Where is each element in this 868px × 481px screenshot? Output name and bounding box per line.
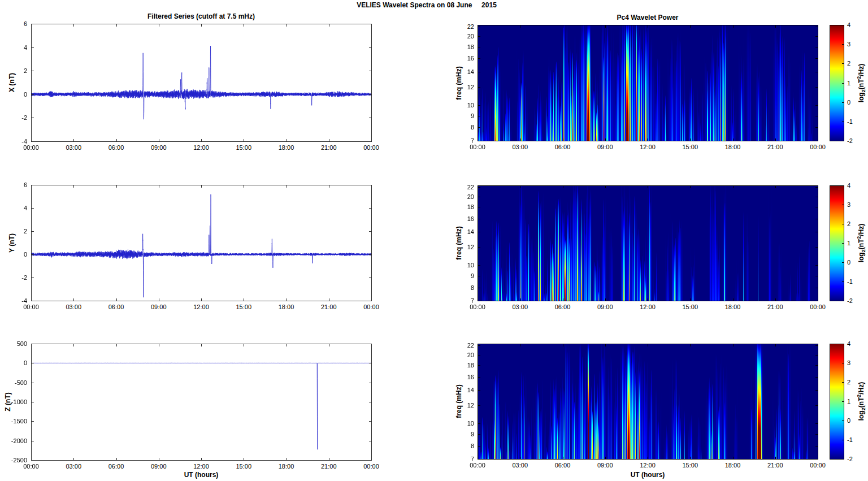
colorbar-tick-label: 3 <box>847 41 864 48</box>
y-tick-label: 2 <box>0 228 27 235</box>
time-tick-label: 12:00 <box>188 463 215 470</box>
freq-tick-label: 22 <box>455 23 474 31</box>
colorbar-tick-label: 1 <box>847 80 864 87</box>
timeseries-plot-y <box>31 185 372 301</box>
time-tick-label: 21:00 <box>315 144 342 151</box>
y-tick-label: 4 <box>0 44 27 51</box>
time-tick-label: 06:00 <box>103 304 130 311</box>
colorbar-tick-label: -2 <box>847 137 864 145</box>
time-tick-label: 00:00 <box>464 304 491 311</box>
colorbar-tick-label: -2 <box>847 297 864 305</box>
colorbar-tick-label: 0 <box>847 259 864 266</box>
time-tick-label: 00:00 <box>358 304 385 311</box>
freq-tick-label: 8 <box>455 284 474 292</box>
time-tick-label: 09:00 <box>592 144 619 151</box>
y-tick-label: -2 <box>0 114 27 122</box>
colorbar-tick-label: 4 <box>847 182 864 189</box>
time-tick-label: 00:00 <box>18 304 45 311</box>
x-nt-axis-label: X (nT) <box>8 73 16 92</box>
freq-tick-label: 8 <box>455 124 474 131</box>
colorbar-tick-label: -1 <box>847 436 864 444</box>
time-tick-label: 06:00 <box>549 144 576 151</box>
time-tick-label: 00:00 <box>18 144 45 151</box>
time-tick-label: 03:00 <box>506 144 533 151</box>
freq-tick-label: 14 <box>455 68 474 76</box>
time-tick-label: 18:00 <box>273 463 300 470</box>
freq-tick-label: 10 <box>455 102 474 109</box>
freq-tick-label: 12 <box>455 244 474 251</box>
time-tick-label: 06:00 <box>549 304 576 311</box>
freq-tick-label: 12 <box>455 402 474 409</box>
colorbar-tick-label: -2 <box>847 456 864 463</box>
y-tick-label: -1000 <box>0 398 27 406</box>
time-tick-label: 21:00 <box>762 144 789 151</box>
time-tick-label: 00:00 <box>464 144 491 151</box>
time-tick-label: 12:00 <box>634 144 661 151</box>
time-tick-label: 18:00 <box>719 304 747 311</box>
freq-tick-label: 20 <box>455 352 474 359</box>
time-tick-label: 03:00 <box>60 304 87 311</box>
ut-hours-label-left: UT (hours) <box>184 471 219 479</box>
freq-tick-label: 9 <box>455 431 474 438</box>
time-tick-label: 00:00 <box>358 144 385 151</box>
time-tick-label: 12:00 <box>188 304 215 311</box>
time-tick-label: 00:00 <box>804 144 831 151</box>
time-tick-label: 09:00 <box>145 463 172 470</box>
y-tick-label: -1500 <box>0 418 27 425</box>
time-tick-label: 12:00 <box>188 144 215 151</box>
freq-tick-label: 22 <box>455 342 474 349</box>
freq-tick-label: 14 <box>455 387 474 394</box>
freq-tick-label: 9 <box>455 272 474 280</box>
y-tick-label: 6 <box>0 20 27 28</box>
wavelet-spectrogram-x <box>478 25 818 141</box>
y-tick-label: -2000 <box>0 437 27 445</box>
y-tick-label: -2 <box>0 274 27 281</box>
left-column-title: Filtered Series (cutoff at 7.5 mHz) <box>147 12 255 20</box>
time-tick-label: 00:00 <box>464 462 491 469</box>
time-tick-label: 09:00 <box>145 144 172 151</box>
time-tick-label: 21:00 <box>315 304 342 311</box>
time-tick-label: 00:00 <box>804 304 831 311</box>
figure-title: VELIES Wavelet Spectra on 08 June 2015 <box>0 1 853 9</box>
time-tick-label: 21:00 <box>762 304 789 311</box>
time-tick-label: 09:00 <box>592 304 619 311</box>
time-tick-label: 18:00 <box>719 144 747 151</box>
wavelet-spectrogram-y <box>478 185 818 301</box>
y-tick-label: 500 <box>0 340 27 348</box>
colorbar-2 <box>830 185 844 301</box>
time-tick-label: 00:00 <box>18 463 45 470</box>
y-tick-label: 4 <box>0 205 27 212</box>
freq-tick-label: 20 <box>455 33 474 40</box>
freq-tick-label: 18 <box>455 203 474 211</box>
colorbar-tick-label: 1 <box>847 240 864 247</box>
freq-tick-label: 18 <box>455 44 474 51</box>
colorbar-tick-label: -1 <box>847 118 864 125</box>
time-tick-label: 12:00 <box>634 304 661 311</box>
time-tick-label: 06:00 <box>549 462 576 469</box>
y-tick-label: 2 <box>0 67 27 75</box>
time-tick-label: 21:00 <box>315 463 342 470</box>
time-tick-label: 09:00 <box>145 304 172 311</box>
time-tick-label: 06:00 <box>103 463 130 470</box>
right-column-title: Pc4 Wavelet Power <box>617 14 679 21</box>
y-nt-axis-label: Y (nT) <box>8 233 16 253</box>
freq-tick-label: 18 <box>455 362 474 369</box>
colorbar-1 <box>830 25 844 141</box>
freq-tick-label: 14 <box>455 228 474 236</box>
time-tick-label: 18:00 <box>719 462 747 469</box>
time-tick-label: 15:00 <box>230 144 257 151</box>
timeseries-plot-x <box>31 24 372 142</box>
freq-tick-label: 16 <box>455 55 474 62</box>
colorbar-tick-label: 2 <box>847 379 864 386</box>
freq-tick-label: 10 <box>455 420 474 427</box>
time-tick-label: 15:00 <box>230 463 257 470</box>
wavelet-spectrogram-z <box>478 344 818 460</box>
y-tick-label: 0 <box>0 359 27 367</box>
colorbar-tick-label: 3 <box>847 201 864 209</box>
ut-hours-label-right: UT (hours) <box>631 471 665 479</box>
time-tick-label: 00:00 <box>804 462 831 469</box>
freq-tick-label: 12 <box>455 84 474 91</box>
time-tick-label: 03:00 <box>506 304 533 311</box>
wavelet-spectra-figure: VELIES Wavelet Spectra on 08 June 2015 F… <box>0 0 868 481</box>
freq-tick-label: 16 <box>455 215 474 223</box>
